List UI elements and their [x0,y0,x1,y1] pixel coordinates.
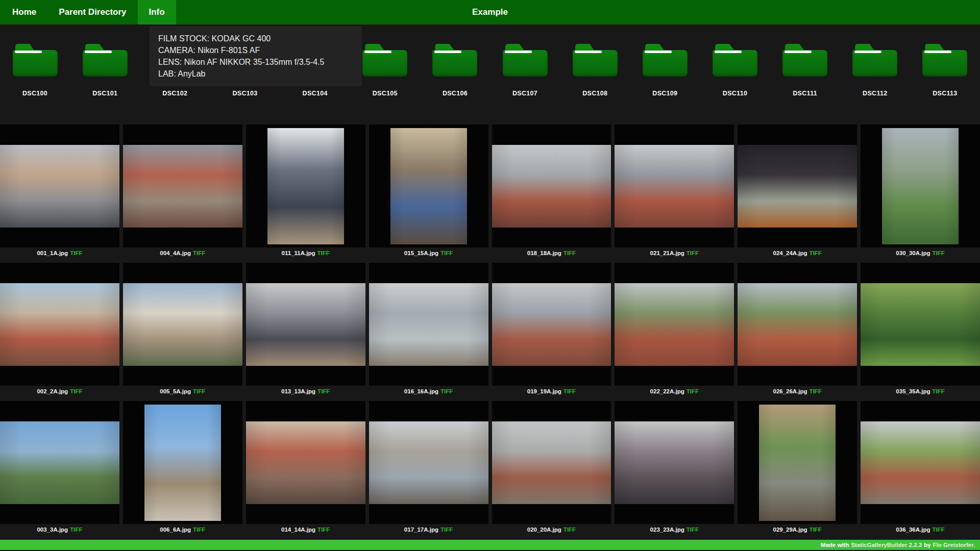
photo-gallery-grid: 001_1A.jpgTIFF004_4A.jpgTIFF011_11A.jpgT… [0,124,980,535]
folder-dsc108[interactable]: DSC108 [560,44,630,97]
photo-thumbnail[interactable] [861,421,980,504]
photo-thumbnail[interactable] [390,128,467,244]
thumbnail-tiff-link[interactable]: TIFF [440,388,453,394]
thumbnail-filename: 030_30A.jpg [896,250,930,256]
folder-body-shape [713,50,757,77]
nav-item-info[interactable]: Info [138,0,176,24]
thumbnail-caption: 004_4A.jpgTIFF [123,247,242,258]
footer-author-link[interactable]: Flo Greistorfer. [933,542,975,548]
folder-dsc101[interactable]: DSC101 [70,44,140,97]
thumbnail-filename: 004_4A.jpg [160,250,191,256]
photo-thumbnail[interactable] [882,128,959,244]
thumbnail-caption: 011_11A.jpgTIFF [246,247,365,258]
thumbnail-tiff-link[interactable]: TIFF [810,250,822,256]
thumbnail-filename: 014_14A.jpg [281,527,315,533]
photo-thumbnail[interactable] [861,283,980,366]
thumbnail-caption: 019_19A.jpgTIFF [492,386,611,396]
thumbnail-tiff-link[interactable]: TIFF [70,388,82,394]
thumbnail-tiff-link[interactable]: TIFF [687,527,699,533]
thumbnail-caption: 015_15A.jpgTIFF [369,247,488,258]
thumbnail-tiff-link[interactable]: TIFF [564,527,576,533]
thumbnail-tiff-link[interactable]: TIFF [193,250,205,256]
thumbnail-tiff-link[interactable]: TIFF [317,250,329,256]
folder-dsc100[interactable]: DSC100 [0,44,70,97]
thumbnail-tiff-link[interactable]: TIFF [440,250,453,256]
photo-thumbnail[interactable] [615,421,734,504]
nav-item-home[interactable]: Home [0,0,47,24]
folder-dsc106[interactable]: DSC106 [420,44,490,97]
thumbnail-tiff-link[interactable]: TIFF [193,388,205,394]
folder-glint-shape [645,51,672,53]
folder-glint-shape [854,51,881,53]
photo-thumbnail[interactable] [246,283,365,366]
photo-thumbnail[interactable] [0,283,119,366]
photo-thumbnail[interactable] [615,283,734,366]
thumbnail-tiff-link[interactable]: TIFF [564,250,576,256]
thumbnail-tiff-link[interactable]: TIFF [932,250,944,256]
thumbnail-filename: 003_3A.jpg [37,527,68,533]
photo-thumbnail[interactable] [0,421,119,504]
photo-thumbnail[interactable] [492,145,611,228]
photo-thumbnail[interactable] [615,145,734,228]
photo-thumbnail[interactable] [369,283,488,366]
folder-glint-shape [924,51,951,53]
thumbnail-tiff-link[interactable]: TIFF [810,388,822,394]
thumbnail-cell-003-3a-jpg: 003_3A.jpgTIFF [0,401,119,535]
thumbnail-tiff-link[interactable]: TIFF [687,250,699,256]
thumbnail-cell-011-11a-jpg: 011_11A.jpgTIFF [246,124,365,258]
photo-thumbnail[interactable] [123,145,242,228]
thumbnail-tiff-link[interactable]: TIFF [440,527,453,533]
thumbnail-tiff-link[interactable]: TIFF [317,388,330,394]
photo-thumbnail[interactable] [492,283,611,366]
thumbnail-tiff-link[interactable]: TIFF [564,388,576,394]
folder-dsc112[interactable]: DSC112 [840,44,910,97]
thumbnail-caption: 001_1A.jpgTIFF [0,247,119,258]
folder-dsc113[interactable]: DSC113 [910,44,980,97]
thumbnail-cell-004-4a-jpg: 004_4A.jpgTIFF [123,124,242,258]
thumbnail-tiff-link[interactable]: TIFF [687,388,699,394]
info-line-film-stock: FILM STOCK: KODAK GC 400 [158,33,353,44]
folder-glint-shape [15,51,42,53]
thumbnail-filename: 022_22A.jpg [650,388,684,394]
gallery-row: 002_2A.jpgTIFF005_5A.jpgTIFF013_13A.jpgT… [0,263,980,396]
folder-glint-shape [575,51,602,53]
thumbnail-tiff-link[interactable]: TIFF [317,527,330,533]
folder-label: DSC106 [443,90,468,97]
thumbnail-tiff-link[interactable]: TIFF [932,388,944,394]
thumbnail-tiff-link[interactable]: TIFF [810,527,822,533]
thumbnail-caption: 006_6A.jpgTIFF [123,524,242,535]
thumbnail-tiff-link[interactable]: TIFF [70,250,82,256]
thumbnail-tiff-link[interactable]: TIFF [932,527,944,533]
folder-dsc110[interactable]: DSC110 [700,44,770,97]
thumbnail-tiff-link[interactable]: TIFF [193,527,205,533]
thumbnail-tiff-link[interactable]: TIFF [70,527,82,533]
photo-thumbnail[interactable] [738,145,857,228]
photo-thumbnail[interactable] [492,421,611,504]
folder-dsc107[interactable]: DSC107 [490,44,560,97]
thumbnail-cell-018-18a-jpg: 018_18A.jpgTIFF [492,124,611,258]
photo-thumbnail[interactable] [369,421,488,504]
footer-made-with-text: Made with [821,542,849,548]
photo-thumbnail[interactable] [738,283,857,366]
thumbnail-box [369,401,488,524]
nav-item-parent-directory[interactable]: Parent Directory [47,0,137,24]
info-line-lab: LAB: AnyLab [158,68,353,80]
folder-dsc109[interactable]: DSC109 [630,44,700,97]
thumbnail-caption: 017_17A.jpgTIFF [369,524,488,535]
thumbnail-box [369,263,488,386]
folder-icon [852,44,897,77]
photo-thumbnail[interactable] [0,145,119,228]
folder-icon [713,44,757,77]
photo-thumbnail[interactable] [267,128,344,244]
thumbnail-box [738,401,857,524]
footer-builder-link[interactable]: StaticGalleryBuilder 2.2.3 [851,542,922,548]
folder-dsc111[interactable]: DSC111 [770,44,840,97]
thumbnail-cell-014-14a-jpg: 014_14A.jpgTIFF [246,401,365,535]
photo-thumbnail[interactable] [123,283,242,366]
photo-thumbnail[interactable] [144,405,221,521]
thumbnail-box [492,124,611,247]
photo-thumbnail[interactable] [759,405,836,521]
photo-thumbnail[interactable] [246,421,365,504]
folder-icon [503,44,548,77]
thumbnail-cell-036-36a-jpg: 036_36A.jpgTIFF [861,401,980,535]
